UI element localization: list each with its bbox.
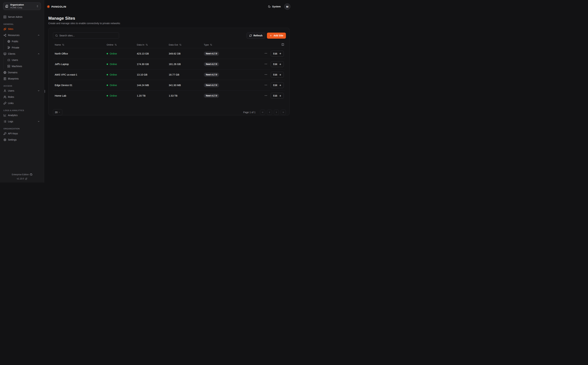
sidebar-item-label: Private <box>12 46 40 49</box>
sidebar-subgroup-resources: PublicPrivate <box>3 38 42 51</box>
nav-section-label: LOGS & ANALYTICS <box>2 109 42 112</box>
sidebar-nav: Server AdminGENERALSitesResourcesPublicP… <box>0 10 44 182</box>
arrow-right-icon <box>279 95 281 97</box>
nav-section-label: ORGANIZATION <box>2 128 42 130</box>
sidebar-item-private[interactable]: Private <box>4 44 42 51</box>
settings-icon <box>3 138 6 141</box>
search-input[interactable] <box>59 34 117 37</box>
data-out-cell: 349.62 DB <box>169 52 204 55</box>
org-selector[interactable]: Organization ACME Corp. <box>3 2 41 10</box>
site-type-cell: Newt v1.7.0 <box>204 83 262 87</box>
column-header-online[interactable]: Online <box>107 43 137 46</box>
sidebar-item-label: Analytics <box>8 114 40 117</box>
sidebar-item-domains[interactable]: Domains <box>2 69 42 76</box>
last-page-button[interactable] <box>281 110 286 115</box>
first-page-button[interactable] <box>260 110 265 115</box>
theme-label: System <box>272 5 281 8</box>
column-header-label: Data In <box>137 43 144 46</box>
column-header-label: Name <box>55 43 61 46</box>
online-dot <box>107 74 108 75</box>
main-area: PANGOLIN System M Manage Sites Create an… <box>44 0 294 182</box>
sidebar-item-label: Roles <box>8 96 40 98</box>
prev-page-button[interactable] <box>267 110 272 115</box>
sidebar-scrollbar-thumb[interactable] <box>44 90 45 93</box>
data-in-cell: 423.13 GB <box>137 52 169 55</box>
brand-name: PANGOLIN <box>51 5 66 8</box>
row-menu-button[interactable] <box>264 52 267 55</box>
sidebar-item-roles[interactable]: Roles <box>2 94 42 100</box>
row-menu-button[interactable] <box>264 84 267 87</box>
sidebar-item-links[interactable]: Links <box>2 100 42 106</box>
site-name-cell: Home Lab <box>53 94 107 97</box>
edit-button[interactable]: Edit <box>271 61 284 67</box>
data-in-cell: 13.10 GB <box>137 73 169 76</box>
refresh-button[interactable]: Refresh <box>246 33 265 39</box>
online-label: Online <box>110 52 117 55</box>
sidebar-item-sites[interactable]: Sites <box>2 26 42 32</box>
github-icon[interactable] <box>30 173 32 176</box>
row-menu-button[interactable] <box>264 63 267 66</box>
sidebar-item-label: Machines <box>12 65 40 68</box>
edit-button[interactable]: Edit <box>271 51 284 56</box>
edit-button[interactable]: Edit <box>271 93 284 99</box>
table-body: North OfficeOnline423.13 GB349.62 DBNewt… <box>49 48 289 107</box>
search-icon <box>55 34 58 37</box>
row-menu-button[interactable] <box>264 94 267 98</box>
sidebar-item-settings[interactable]: Settings <box>2 137 42 143</box>
site-status-cell: Online <box>107 84 137 87</box>
column-header-data-in[interactable]: Data In <box>137 43 169 46</box>
page-size-value: 20 <box>55 111 58 114</box>
sidebar-item-clients[interactable]: Clients <box>2 51 42 57</box>
row-menu-button[interactable] <box>264 73 267 77</box>
edit-button[interactable]: Edit <box>271 72 284 78</box>
sidebar-item-blueprints[interactable]: Blueprints <box>2 76 42 82</box>
chevron-down-icon <box>37 120 40 123</box>
site-name-cell: Edge Device 01 <box>53 84 107 87</box>
column-header-label: Type <box>204 43 209 46</box>
sidebar-item-analytics[interactable]: Analytics <box>2 112 42 118</box>
user-icon <box>3 89 6 92</box>
data-out-cell: 1.53 TB <box>169 94 204 97</box>
nav-section-label: ACCESS <box>2 85 42 87</box>
edit-button-label: Edit <box>273 94 277 97</box>
nav-section-label: GENERAL <box>2 23 42 25</box>
refresh-label: Refresh <box>253 34 262 37</box>
column-header-data-out[interactable]: Data Out <box>169 43 204 46</box>
type-badge: Newt v1.7.0 <box>204 94 219 98</box>
theme-toggle[interactable]: System <box>268 5 281 8</box>
sidebar-item-api-keys[interactable]: API Keys <box>2 130 42 137</box>
data-in-cell: 174.30 GB <box>137 63 169 66</box>
edit-button-label: Edit <box>273 73 277 76</box>
org-selector-label: Organization <box>10 3 35 6</box>
toggle-columns-button[interactable] <box>281 43 284 46</box>
sidebar-item-label: Clients <box>8 52 36 55</box>
chevrons-up-down-icon <box>36 5 39 7</box>
page-size-select[interactable]: 20 <box>53 109 62 115</box>
edit-button[interactable]: Edit <box>271 82 284 88</box>
sidebar-item-client-users[interactable]: Users <box>4 57 42 63</box>
pagination: 20 Page 1 of 1 <box>49 107 289 115</box>
column-header-type[interactable]: Type <box>204 43 262 46</box>
column-header-label: Online <box>107 43 113 46</box>
sidebar-item-logs[interactable]: Logs <box>2 118 42 125</box>
sidebar-item-server-admin[interactable]: Server Admin <box>2 14 42 20</box>
sidebar-item-machines[interactable]: Machines <box>4 63 42 69</box>
add-site-button[interactable]: Add Site <box>267 33 286 39</box>
external-link-icon[interactable] <box>25 178 27 180</box>
arrow-right-icon <box>279 84 281 87</box>
receipt-icon <box>3 77 6 80</box>
server-icon <box>7 65 10 68</box>
avatar[interactable]: M <box>284 3 290 10</box>
brand: PANGOLIN <box>47 5 66 8</box>
sidebar-item-label: Logs <box>8 120 36 123</box>
next-page-button[interactable] <box>274 110 279 115</box>
sort-icon <box>210 44 212 46</box>
sidebar-item-label: Resources <box>8 34 36 36</box>
online-dot <box>107 84 108 86</box>
sort-icon <box>115 44 117 46</box>
sidebar-item-resources[interactable]: Resources <box>2 32 42 38</box>
sidebar-item-users[interactable]: Users <box>2 88 42 94</box>
column-header-name[interactable]: Name <box>53 43 107 46</box>
list-icon <box>3 120 6 123</box>
sidebar-item-public[interactable]: Public <box>4 38 42 44</box>
